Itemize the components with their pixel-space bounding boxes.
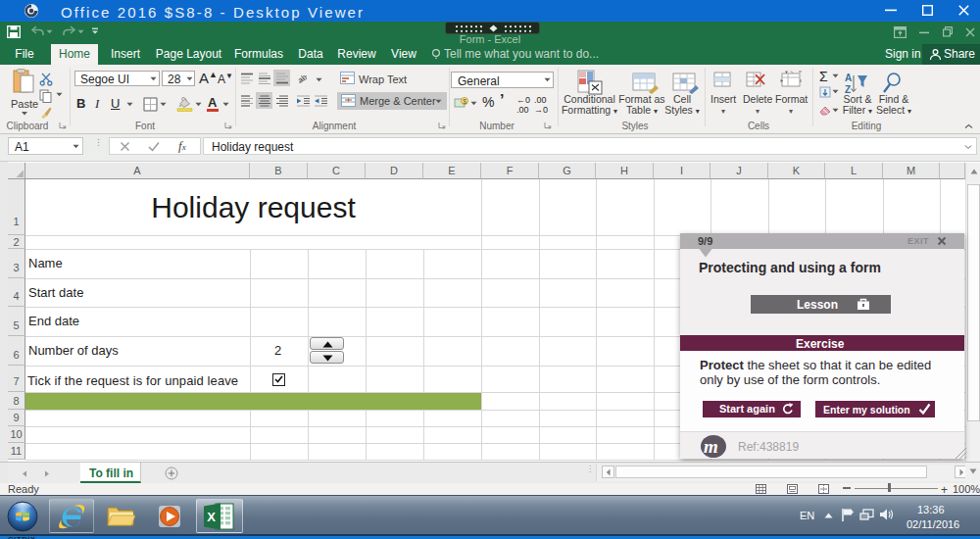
svg-text:A: A xyxy=(845,73,852,83)
svg-text:$: $ xyxy=(463,98,466,105)
svg-text:X: X xyxy=(207,510,216,524)
svg-text:ab: ab xyxy=(297,73,309,85)
svg-text:m: m xyxy=(704,436,718,457)
